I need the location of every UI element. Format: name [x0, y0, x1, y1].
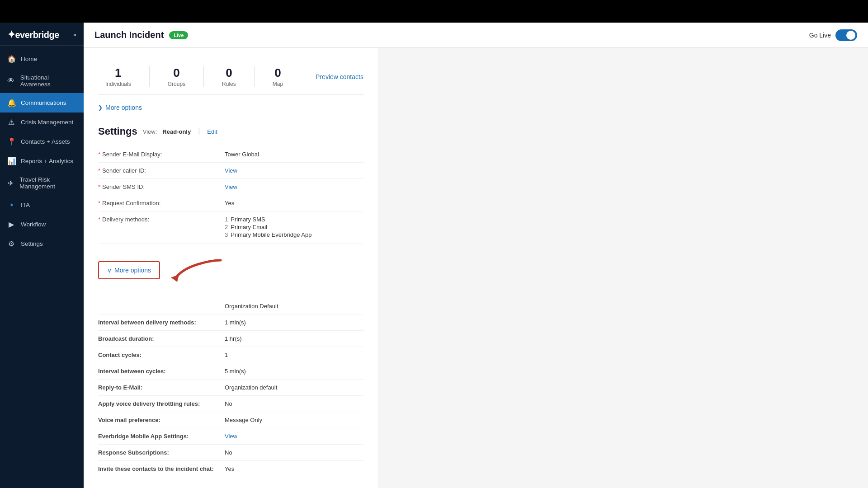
sidebar-item-label-settings: Settings: [21, 240, 43, 247]
settings-value-text: Yes: [225, 200, 234, 206]
go-live-toggle[interactable]: [835, 29, 857, 41]
settings-value-link[interactable]: View: [225, 167, 237, 174]
sidebar-item-label-situational-awareness: Situational Awareness: [20, 74, 76, 88]
settings-label-cell: *Sender caller ID:: [98, 163, 225, 179]
settings-header: Settings View: Read-only | Edit: [98, 122, 363, 137]
stat-rules: 0 Rules: [204, 66, 255, 87]
sidebar-item-travel-risk[interactable]: ✈ Travel Risk Management: [0, 171, 84, 195]
required-indicator: *: [98, 216, 100, 223]
detail-label: Contact cycles:: [98, 352, 225, 358]
sidebar-item-ita[interactable]: 🔹 ITA: [0, 195, 84, 215]
detail-row: Apply voice delivery throttling rules:No: [98, 396, 363, 412]
more-options-btn-label: More options: [114, 267, 151, 274]
delivery-method-item: 1Primary SMS: [225, 216, 363, 223]
settings-row: *Sender caller ID:View: [98, 163, 363, 179]
edit-link[interactable]: Edit: [207, 128, 217, 135]
required-indicator: *: [98, 183, 100, 190]
svg-marker-0: [171, 275, 179, 282]
settings-value-cell: 1Primary SMS2Primary Email3Primary Mobil…: [225, 211, 363, 244]
more-options-expanded-button[interactable]: ∨ More options: [98, 261, 160, 279]
arrow-annotation: [171, 251, 225, 289]
reports-analytics-icon: 📊: [7, 157, 15, 165]
everbridge-logo: ✦everbridge: [7, 29, 59, 41]
view-label: View:: [143, 128, 157, 135]
delivery-method-text: Primary SMS: [231, 216, 265, 223]
sidebar-item-label-workflow: Workflow: [21, 221, 46, 228]
required-indicator: *: [98, 151, 100, 158]
go-live-section: Go Live: [809, 29, 857, 41]
settings-label-text: Request Confirmation:: [102, 200, 160, 206]
stats-bar: 1 Individuals 0 Groups 0 Rules 0 Map Pre…: [98, 59, 363, 95]
more-options-top-label: More options: [105, 104, 142, 111]
detail-row-hidden: Organization Default: [98, 298, 363, 314]
stat-rules-label: Rules: [222, 81, 236, 87]
stat-individuals: 1 Individuals: [98, 66, 150, 87]
divider: |: [198, 127, 200, 136]
stat-map-value: 0: [274, 66, 281, 80]
delivery-number: 2: [225, 224, 228, 230]
sidebar-navigation: 🏠 Home 👁 Situational Awareness 🔔 Communi…: [0, 46, 84, 488]
go-live-label: Go Live: [809, 32, 831, 39]
situational-awareness-icon: 👁: [7, 77, 15, 85]
detail-hidden-label: [98, 303, 225, 310]
preview-contacts-link[interactable]: Preview contacts: [316, 73, 363, 80]
settings-label-cell: *Delivery methods:: [98, 211, 225, 244]
settings-value-link[interactable]: View: [225, 183, 237, 190]
sidebar-item-label-reports-analytics: Reports + Analytics: [21, 158, 73, 164]
main-header: Launch Incident Live Go Live: [84, 23, 868, 48]
settings-value-cell: View: [225, 163, 363, 179]
home-icon: 🏠: [7, 55, 15, 63]
detail-label: Everbridge Mobile App Settings:: [98, 433, 225, 440]
settings-label-text: Delivery methods:: [102, 216, 149, 223]
sidebar-collapse-button[interactable]: «: [73, 32, 76, 38]
detail-value: 1 hr(s): [225, 335, 242, 342]
detail-row: Interval between cycles:5 min(s): [98, 363, 363, 380]
stat-individuals-value: 1: [115, 66, 121, 80]
crisis-management-icon: ⚠: [7, 118, 15, 127]
page-title: Launch Incident: [94, 30, 164, 40]
detail-value-link[interactable]: View: [225, 433, 237, 440]
detail-label: Invite these contacts to the incident ch…: [98, 465, 225, 472]
sidebar-item-home[interactable]: 🏠 Home: [0, 49, 84, 69]
more-options-top-button[interactable]: ❯ More options: [98, 99, 363, 118]
detail-row: Interval between delivery methods:1 min(…: [98, 314, 363, 331]
toggle-knob: [846, 31, 855, 40]
detail-value: 1: [225, 352, 228, 358]
chevron-down-icon: ∨: [107, 267, 112, 274]
detail-label: Interval between cycles:: [98, 368, 225, 375]
sidebar-item-communications[interactable]: 🔔 Communications: [0, 93, 84, 113]
settings-label-cell: *Request Confirmation:: [98, 195, 225, 211]
detail-value: No: [225, 449, 232, 456]
detail-row: Reply-to E-Mail:Organization default: [98, 380, 363, 396]
detail-label: Response Subscriptions:: [98, 449, 225, 456]
ita-icon: 🔹: [7, 201, 15, 209]
settings-value-cell: Yes: [225, 195, 363, 211]
delivery-method-item: 2Primary Email: [225, 224, 363, 230]
sidebar-item-contacts-assets[interactable]: 📍 Contacts + Assets: [0, 132, 84, 151]
sidebar-logo: ✦everbridge «: [0, 23, 84, 46]
settings-label-text: Sender caller ID:: [102, 167, 146, 174]
chevron-right-icon: ❯: [98, 104, 103, 111]
settings-label-text: Sender SMS ID:: [102, 183, 145, 190]
sidebar: ✦everbridge « 🏠 Home 👁 Situational Aware…: [0, 23, 84, 488]
settings-value-cell: View: [225, 179, 363, 195]
stat-map-label: Map: [273, 81, 283, 87]
sidebar-item-label-home: Home: [21, 56, 37, 62]
delivery-methods-list: 1Primary SMS2Primary Email3Primary Mobil…: [225, 216, 363, 238]
travel-risk-icon: ✈: [7, 179, 14, 188]
settings-label-text: Sender E-Mail Display:: [102, 151, 162, 158]
detail-label: Reply-to E-Mail:: [98, 384, 225, 391]
top-bar: [0, 0, 868, 23]
settings-table: *Sender E-Mail Display:Tower Global*Send…: [98, 146, 363, 244]
stat-map: 0 Map: [255, 66, 301, 87]
settings-title: Settings: [98, 126, 137, 137]
live-badge: Live: [169, 31, 188, 39]
sidebar-item-reports-analytics[interactable]: 📊 Reports + Analytics: [0, 151, 84, 171]
sidebar-item-crisis-management[interactable]: ⚠ Crisis Management: [0, 113, 84, 132]
stat-groups-value: 0: [173, 66, 179, 80]
sidebar-item-situational-awareness[interactable]: 👁 Situational Awareness: [0, 69, 84, 93]
detail-value: Message Only: [225, 417, 262, 423]
view-mode: Read-only: [162, 128, 191, 135]
sidebar-item-settings[interactable]: ⚙ Settings: [0, 234, 84, 253]
sidebar-item-workflow[interactable]: ▶ Workflow: [0, 215, 84, 234]
